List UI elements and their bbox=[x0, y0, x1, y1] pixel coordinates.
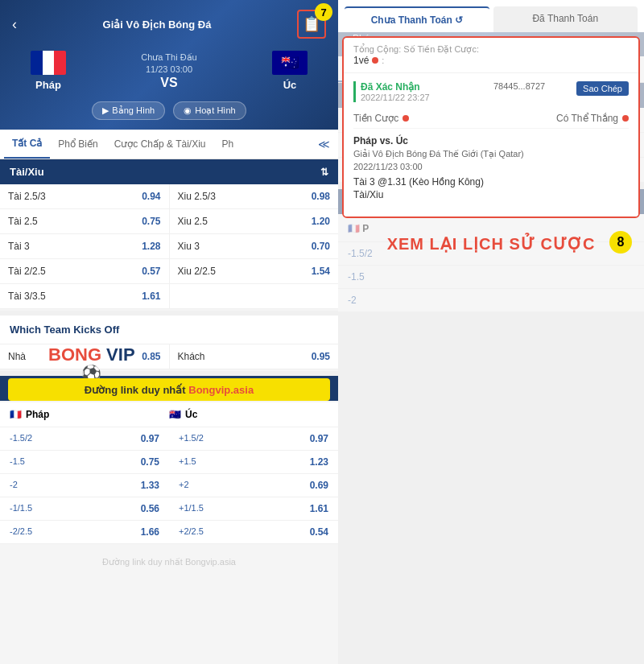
tab-handicap[interactable]: Cược Chấp & Tài/Xiu bbox=[106, 130, 214, 158]
teams-row: Pháp Chưa Thi Đấu 11/23 03:00 VS 🇦🇺 Úc bbox=[12, 47, 326, 95]
tai-label-1: Tài 2.5 bbox=[8, 216, 38, 227]
betting-content: Tài/Xiu ⇅ Tài 2.5/3 0.94 Xiu 2.5/3 0.98 … bbox=[0, 159, 338, 664]
tai-xiu-table: Tài 2.5/3 0.94 Xiu 2.5/3 0.98 Tài 2.5 0.… bbox=[0, 184, 338, 309]
match-date: 11/23 03:00 bbox=[146, 64, 192, 74]
odds-cell[interactable]: Tài 2.5 0.75 bbox=[0, 209, 170, 233]
bet-match-name: Pháp vs. Úc bbox=[353, 135, 629, 146]
tab-all[interactable]: Tất Cả bbox=[4, 130, 50, 159]
bet-category: Tài/Xiu bbox=[353, 189, 629, 200]
v1-1: 0.75 bbox=[141, 456, 159, 468]
table-row: -1/1.5 0.56 +1/1.5 1.61 bbox=[0, 497, 338, 521]
home-kick-cell[interactable]: Nhà 0.85 bbox=[0, 344, 170, 369]
odds-cell[interactable]: Tài 3/3.5 1.61 bbox=[0, 284, 170, 308]
v2-1: 1.23 bbox=[310, 456, 328, 468]
xem-lai-text[interactable]: XEM LẠI LỊCH SỬ CƯỢC bbox=[346, 234, 636, 254]
bet-ticket-box: Tổng Cộng: Số Tiền Đặt Cược: 1vé : Đã Xá… bbox=[342, 36, 640, 218]
tai-val-2: 1.28 bbox=[142, 241, 160, 252]
odds-cell[interactable]: Xiu 3 0.70 bbox=[170, 234, 339, 258]
tai-label-0: Tài 2.5/3 bbox=[8, 191, 46, 202]
ticket-body: Đã Xác Nhận 2022/11/22 23:27 78445...872… bbox=[344, 73, 638, 217]
chap-home-3[interactable]: -1/1.5 0.56 bbox=[0, 497, 169, 520]
v2-0: 0.97 bbox=[310, 433, 328, 444]
tai-xiu-sort-icon[interactable]: ⇅ bbox=[320, 167, 328, 178]
v1-3: 0.56 bbox=[141, 503, 159, 514]
cuoc-chap-col-headers: 🇫🇷 Pháp 🇦🇺 Úc bbox=[0, 402, 338, 427]
xiu-label-0: Xiu 2.5/3 bbox=[178, 191, 216, 202]
paid-tab[interactable]: Đã Thanh Toán bbox=[493, 6, 638, 32]
orange-dot bbox=[372, 57, 378, 64]
odds-cell[interactable]: Xiu 2.5/3 0.98 bbox=[170, 184, 339, 208]
away-kick-cell[interactable]: Khách 0.95 bbox=[170, 344, 339, 369]
which-team-row: Nhà 0.85 Khách 0.95 bbox=[0, 344, 338, 369]
odds-cell[interactable] bbox=[170, 284, 339, 308]
right-bg-h1-1: -1.5 bbox=[348, 271, 365, 283]
h2-0: +1.5/2 bbox=[179, 433, 204, 444]
odds-cell[interactable]: Tài 3 1.28 bbox=[0, 234, 170, 258]
match-title: Giải Vô Địch Bóng Đá bbox=[17, 19, 297, 31]
xiu-val-1: 1.20 bbox=[312, 216, 330, 227]
chap-home-2[interactable]: -2 1.33 bbox=[0, 474, 169, 497]
h2-1: +1.5 bbox=[179, 456, 196, 468]
khach-val: 0.95 bbox=[312, 351, 330, 362]
badge-7: 7 bbox=[315, 3, 332, 21]
copy-button[interactable]: Sao Chép bbox=[576, 81, 629, 96]
tab-expand[interactable]: ≪ bbox=[314, 130, 334, 159]
odds-cell[interactable]: Xiu 2.5 1.20 bbox=[170, 209, 339, 233]
confirmed-date: 2022/11/22 23:27 bbox=[361, 93, 462, 102]
home-team-name: Pháp bbox=[35, 79, 61, 91]
bang-hinh-button[interactable]: ▶ Bảng Hình bbox=[92, 101, 165, 120]
chap-home-1[interactable]: -1.5 0.75 bbox=[0, 451, 169, 473]
h1-4: -2/2.5 bbox=[10, 526, 32, 538]
h1-0: -1.5/2 bbox=[10, 433, 32, 444]
france-col-name: Pháp bbox=[26, 409, 49, 420]
unpaid-tab[interactable]: Chưa Thanh Toán ↺ bbox=[345, 6, 489, 32]
match-header: ‹ Giải Vô Địch Bóng Đá 📋 7 Pháp Chưa Thi… bbox=[0, 0, 338, 130]
confirmed-badge: Đã Xác Nhận 2022/11/22 23:27 bbox=[353, 81, 462, 102]
v2-4: 0.54 bbox=[310, 526, 328, 538]
match-buttons: ▶ Bảng Hình ◉ Hoạt Hình bbox=[12, 101, 326, 120]
table-row: -1.5 0.75 +1.5 1.23 bbox=[0, 451, 338, 474]
tien-cuoc-label: Tiền Cược bbox=[353, 113, 398, 124]
uc-col-name: Úc bbox=[185, 409, 197, 420]
table-row: Tài 2.5 0.75 Xiu 2.5 1.20 bbox=[0, 209, 338, 234]
h1-2: -2 bbox=[10, 480, 18, 491]
hoat-hinh-button[interactable]: ◉ Hoạt Hình bbox=[173, 101, 246, 120]
cuoc-chap-icon[interactable]: — bbox=[319, 383, 328, 394]
h2-3: +1/1.5 bbox=[179, 503, 204, 514]
h2-4: +2/2.5 bbox=[179, 526, 204, 538]
tab-popular[interactable]: Phổ Biến bbox=[50, 130, 105, 158]
vs-label: VS bbox=[160, 76, 177, 90]
odds-cell[interactable]: Xiu 2/2.5 1.54 bbox=[170, 259, 339, 283]
chap-away-1[interactable]: +1.5 1.23 bbox=[169, 451, 338, 473]
tai-xiu-title: Tài/Xiu bbox=[10, 166, 44, 178]
notepad-area: 📋 7 bbox=[297, 10, 326, 39]
chap-away-4[interactable]: +2/2.5 0.54 bbox=[169, 521, 338, 543]
h2-2: +2 bbox=[179, 480, 189, 491]
tien-cuoc-label-row: Tiền Cược bbox=[353, 113, 409, 124]
table-row: -2 1.33 +2 0.69 bbox=[0, 474, 338, 497]
xiu-label-2: Xiu 3 bbox=[178, 241, 200, 252]
which-team-section: Which Team Kicks Off Nhà 0.85 Khách 0.95 bbox=[0, 316, 338, 369]
chap-home-4[interactable]: -2/2.5 1.66 bbox=[0, 521, 169, 543]
table-row: -1.5/2 0.97 +1.5/2 0.97 bbox=[0, 427, 338, 451]
match-center: Chưa Thi Đấu 11/23 03:00 VS bbox=[76, 52, 262, 90]
col-header-away: 🇦🇺 Úc bbox=[169, 409, 328, 420]
ticket-id: 78445...8727 bbox=[469, 81, 570, 91]
chap-away-2[interactable]: +2 0.69 bbox=[169, 474, 338, 497]
odds-cell[interactable]: Tài 2.5/3 0.94 bbox=[0, 184, 170, 208]
chap-away-0[interactable]: +1.5/2 0.97 bbox=[169, 427, 338, 450]
xem-lai-section: XEM LẠI LỊCH SỬ CƯỢC bbox=[338, 222, 644, 266]
ticket-header: Tổng Cộng: Số Tiền Đặt Cược: 1vé : bbox=[344, 38, 638, 73]
tai-val-0: 0.94 bbox=[142, 191, 160, 202]
france-col-flag: 🇫🇷 bbox=[10, 409, 22, 420]
v1-0: 0.97 bbox=[141, 433, 159, 444]
chap-away-3[interactable]: +1/1.5 1.61 bbox=[169, 497, 338, 520]
right-bg-chap-row: -2 bbox=[338, 289, 644, 312]
away-team: 🇦🇺 Úc bbox=[262, 51, 318, 91]
h1-3: -1/1.5 bbox=[10, 503, 32, 514]
tab-more[interactable]: Ph bbox=[214, 130, 242, 158]
animation-icon: ◉ bbox=[184, 105, 192, 116]
odds-cell[interactable]: Tài 2/2.5 0.57 bbox=[0, 259, 170, 283]
tai-xiu-section-header: Tài/Xiu ⇅ bbox=[0, 159, 338, 184]
chap-home-0[interactable]: -1.5/2 0.97 bbox=[0, 427, 169, 450]
